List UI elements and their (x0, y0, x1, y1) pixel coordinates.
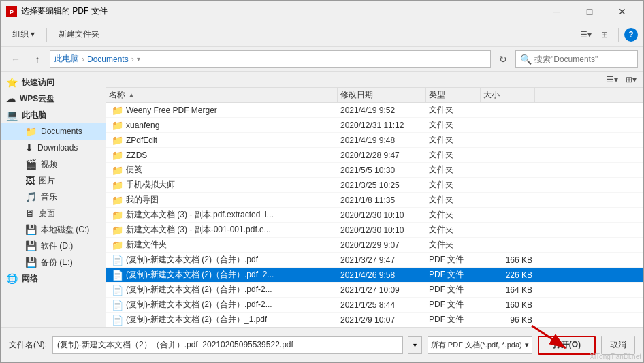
table-row[interactable]: 📁 便笺 2021/5/5 10:30 文件夹 (106, 163, 643, 178)
file-type-cell: 文件夹 (426, 164, 481, 176)
sidebar-item-this-pc[interactable]: 💻 此电脑 (1, 107, 106, 123)
file-type-cell: PDF 文件 (426, 269, 481, 281)
search-icon: 🔍 (520, 54, 532, 65)
file-name-text: (复制)-新建文本文档 (2)（合并）.pdf-2... (126, 284, 272, 296)
svg-text:P: P (10, 9, 14, 16)
up-button[interactable]: ↑ (28, 50, 47, 69)
view-options-button[interactable]: ⊞▾ (623, 72, 639, 87)
toolbar-sep2 (618, 28, 619, 42)
sidebar-item-desktop[interactable]: 🖥 桌面 (1, 205, 106, 221)
pdf-icon: 📄 (112, 255, 123, 266)
breadcrumb-sep1: › (82, 54, 84, 64)
column-size[interactable]: 大小 (481, 88, 535, 103)
help-button[interactable]: ? (624, 28, 638, 42)
table-row[interactable]: 📁 我的导图 2021/1/8 11:35 文件夹 (106, 193, 643, 208)
table-row[interactable]: 📄 (复制)-新建文本文档 (2)（合并）.pdf 2021/3/27 9:47… (106, 253, 643, 268)
watermark: XiTongTianDi.net (590, 353, 641, 360)
open-button[interactable]: 打开(O) (538, 336, 596, 355)
column-date[interactable]: 修改日期 (338, 88, 426, 103)
search-input[interactable] (534, 54, 637, 64)
table-row[interactable]: 📁 新建文本文档 (3) - 副本-001-001.pdf.e... 2020/… (106, 223, 643, 238)
sort-options-button[interactable]: ☰▾ (604, 72, 620, 87)
documents-icon: 📁 (25, 126, 37, 137)
file-date-cell: 2020/12/29 9:07 (338, 240, 426, 250)
minimize-button[interactable]: ─ (541, 1, 573, 22)
close-button[interactable]: ✕ (607, 1, 638, 22)
table-row[interactable]: 📄 (复制)-新建文本文档 (2)（合并）.pdf_2... 2021/4/26… (106, 268, 643, 283)
sidebar-item-disk-d[interactable]: 💾 软件 (D:) (1, 238, 106, 254)
file-type-cell: PDF 文件 (426, 254, 481, 266)
sidebar-item-disk-e[interactable]: 💾 备份 (E:) (1, 254, 106, 270)
file-name-text: (复制)-新建文本文档 (2)（合并）.pdf-2... (126, 299, 272, 311)
filetype-arrow: ▾ (525, 341, 529, 349)
file-date-cell: 2021/1/25 8:44 (338, 300, 426, 310)
maximize-button[interactable]: □ (574, 1, 605, 22)
table-row[interactable]: 📄 (复制)-新建文本文档 (2)（合并）.pdf-2... 2021/1/25… (106, 298, 643, 313)
file-name-text: ZZDS (126, 151, 147, 160)
file-name-cell: 📁 新建文本文档 (3) - 副本-001-001.pdf.e... (106, 224, 338, 236)
folder-icon: 📁 (112, 225, 123, 236)
sidebar-label-disk-d: 软件 (D:) (41, 240, 73, 252)
file-name-text: xuanfeng (126, 121, 159, 130)
view-detail-button[interactable]: ⊞ (596, 27, 613, 42)
folder-icon: 📁 (112, 180, 123, 191)
breadcrumb-expand[interactable]: ▾ (137, 55, 140, 63)
sidebar-item-wps[interactable]: ☁ WPS云盘 (1, 91, 106, 107)
file-type-cell: 文件夹 (426, 179, 481, 191)
sidebar-item-disk-c[interactable]: 💾 本地磁盘 (C:) (1, 221, 106, 238)
table-row[interactable]: 📄 (复制)-新建文本文档 (2)（合并）_1.pdf 2021/2/9 10:… (106, 313, 643, 327)
sidebar-item-music[interactable]: 🎵 音乐 (1, 189, 106, 205)
back-button[interactable]: ← (6, 50, 25, 69)
filename-input[interactable] (52, 336, 403, 354)
refresh-button[interactable]: ↻ (494, 50, 513, 69)
disk-d-icon: 💾 (25, 240, 37, 251)
breadcrumb: 此电脑 › Documents › ▾ (50, 50, 491, 68)
table-row[interactable]: 📁 xuanfeng 2020/12/31 11:12 文件夹 (106, 118, 643, 133)
file-type-cell: PDF 文件 (426, 314, 481, 326)
organize-button[interactable]: 组织 ▾ (6, 25, 41, 44)
breadcrumb-sep2: › (131, 54, 134, 64)
table-row[interactable]: 📄 (复制)-新建文本文档 (2)（合并）.pdf-2... 2021/1/27… (106, 283, 643, 298)
sidebar-item-quick-access[interactable]: ⭐ 快速访问 (1, 74, 106, 91)
column-name[interactable]: 名称 ▲ (106, 88, 338, 103)
sidebar-item-network[interactable]: 🌐 网络 (1, 270, 106, 287)
file-date-cell: 2020/12/28 9:47 (338, 151, 426, 160)
file-name-cell: 📄 (复制)-新建文本文档 (2)（合并）_1.pdf (106, 314, 338, 326)
new-folder-button[interactable]: 新建文件夹 (52, 25, 106, 44)
breadcrumb-pc[interactable]: 此电脑 (54, 53, 79, 65)
filetype-select[interactable]: 所有 PDF 文档(*.pdf, *.pda) ▾ (428, 336, 532, 354)
file-date-cell: 2021/5/5 10:30 (338, 165, 426, 175)
main-body: ⭐ 快速访问 ☁ WPS云盘 💻 此电脑 📁 Documents ⬇ D (1, 72, 643, 327)
table-row[interactable]: 📁 新建文本文档 (3) - 副本.pdf.extracted_i... 202… (106, 208, 643, 223)
file-type-cell: 文件夹 (426, 149, 481, 161)
table-row[interactable]: 📁 ZPdfEdit 2021/4/19 9:48 文件夹 (106, 133, 643, 148)
filename-dropdown-button[interactable]: ▾ (408, 336, 422, 354)
search-box: 🔍 (515, 50, 638, 68)
table-row[interactable]: 📁 手机模拟大师 2021/3/25 10:25 文件夹 (106, 178, 643, 193)
view-toggle-button[interactable]: ☰▾ (577, 27, 594, 42)
file-name-cell: 📄 (复制)-新建文本文档 (2)（合并）.pdf_2... (106, 269, 338, 281)
videos-icon: 🎬 (25, 159, 37, 170)
folder-icon: 📁 (112, 105, 123, 116)
breadcrumb-documents[interactable]: Documents (87, 54, 129, 64)
sidebar-label-this-pc: 此电脑 (22, 110, 46, 121)
table-row[interactable]: 📁 Weeny Free PDF Merger 2021/4/19 9:52 文… (106, 103, 643, 118)
sidebar-label-wps: WPS云盘 (20, 93, 54, 105)
sidebar-item-videos[interactable]: 🎬 视频 (1, 156, 106, 172)
sidebar-item-documents[interactable]: 📁 Documents (1, 123, 106, 140)
file-name-text: 便笺 (126, 164, 142, 176)
file-type-cell: 文件夹 (426, 134, 481, 146)
file-size-cell: 164 KB (481, 285, 535, 295)
folder-icon: 📁 (112, 135, 123, 146)
sidebar-item-downloads[interactable]: ⬇ Downloads (1, 140, 106, 156)
sort-icon: ☰▾ (607, 75, 618, 84)
table-row[interactable]: 📁 新建文件夹 2020/12/29 9:07 文件夹 (106, 238, 643, 253)
table-row[interactable]: 📁 ZZDS 2020/12/28 9:47 文件夹 (106, 148, 643, 163)
file-size-cell: 96 KB (481, 315, 535, 325)
cancel-button[interactable]: 取消 (601, 336, 635, 355)
sidebar-label-downloads: Downloads (37, 143, 78, 153)
sidebar-item-pictures[interactable]: 🖼 图片 (1, 172, 106, 189)
column-type[interactable]: 类型 (426, 88, 481, 103)
file-date-cell: 2021/4/19 9:48 (338, 136, 426, 145)
file-date-cell: 2020/12/31 11:12 (338, 121, 426, 130)
